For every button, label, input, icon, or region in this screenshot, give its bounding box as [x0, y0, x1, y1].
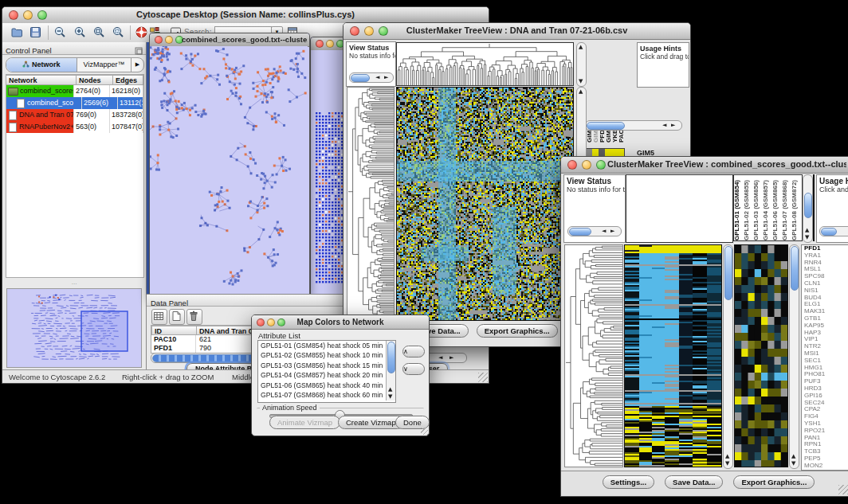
- close-button[interactable]: [567, 160, 577, 170]
- map-dialog-titlebar[interactable]: Map Colors to Network: [252, 315, 429, 330]
- zoom-out-icon[interactable]: [53, 25, 67, 42]
- scroll-right-arrow[interactable]: ►: [671, 123, 675, 128]
- global-heatmap[interactable]: [624, 244, 722, 467]
- scroll-up-arrow[interactable]: ▲: [791, 454, 795, 459]
- column-dendrogram[interactable]: [396, 42, 574, 86]
- tv2-settings-button[interactable]: Settings...: [603, 475, 654, 489]
- minimize-button[interactable]: [326, 40, 334, 48]
- column-dendrogram-area[interactable]: [626, 174, 733, 243]
- column-header-nodes[interactable]: Nodes: [77, 75, 113, 85]
- network-name-cell[interactable]: combined_sco: [6, 97, 82, 109]
- network-overview-panel[interactable]: [6, 288, 142, 368]
- scrollbar-thumb[interactable]: [587, 122, 625, 130]
- scroll-up-arrow[interactable]: ▲: [388, 387, 392, 393]
- scroll-left-arrow[interactable]: ◄: [375, 75, 379, 80]
- scroll-right-arrow[interactable]: ►: [450, 355, 453, 361]
- minimize-button[interactable]: [582, 160, 591, 170]
- dialog-create-vizmap-button[interactable]: Create Vizmap: [338, 416, 404, 429]
- new-attribute-icon[interactable]: [169, 309, 185, 325]
- delete-attribute-icon[interactable]: [186, 309, 202, 325]
- zoom-window-button[interactable]: [596, 160, 606, 170]
- column-header-edges[interactable]: Edges: [113, 75, 143, 85]
- scroll-right-arrow[interactable]: ►: [384, 75, 388, 80]
- network-window-titlebar[interactable]: combined_scores_good.txt--cluste...: [150, 33, 309, 47]
- scroll-down-arrow[interactable]: ▼: [805, 235, 809, 240]
- network-name-cell[interactable]: combined_scores: [6, 85, 74, 97]
- tab-network[interactable]: Network: [6, 58, 77, 72]
- move-up-button[interactable]: ∧: [402, 346, 425, 357]
- network-name-cell[interactable]: RNAPuberNov2+: [6, 121, 74, 133]
- network-row[interactable]: combined_sco2569(6)13112(15): [6, 97, 143, 109]
- save-icon[interactable]: [29, 25, 42, 42]
- attribute-list-item[interactable]: GPL51-02 (GSM855) heat shock 10 min: [258, 350, 386, 360]
- network-row[interactable]: DNA and Tran 07769(0)183728(0): [6, 109, 143, 121]
- move-down-button[interactable]: ∨: [402, 363, 425, 375]
- scroll-up-arrow[interactable]: ▲: [579, 45, 583, 50]
- scrollbar-thumb[interactable]: [569, 228, 591, 236]
- tv2-export-graphics-button[interactable]: Export Graphics...: [733, 475, 815, 489]
- zoom-vscrollbar[interactable]: ▲ ▼: [789, 244, 799, 469]
- table-mode-icon[interactable]: [151, 309, 167, 325]
- scrollbar-thumb[interactable]: [387, 342, 395, 373]
- column-header-id[interactable]: ID: [151, 326, 197, 335]
- panel-divider[interactable]: ⋯: [2, 282, 146, 287]
- attribute-list-scrollbar[interactable]: ▲ ▼: [386, 341, 395, 400]
- scrollbar-thumb[interactable]: [724, 246, 732, 300]
- attribute-list-item[interactable]: GPL51-06 (GSM865) heat shock 40 min: [258, 381, 386, 390]
- treeview1-titlebar[interactable]: ClusterMaker TreeView : DNA and Tran 07-…: [344, 23, 690, 40]
- attribute-list-item[interactable]: GPL51-01 (GSM854) heat shock 05 min: [258, 341, 386, 350]
- attribute-list-item[interactable]: GPL51-04 (GSM857) heat shock 20 min: [258, 370, 386, 380]
- scroll-down-arrow[interactable]: ▼: [579, 79, 583, 84]
- float-panel-icon[interactable]: [135, 44, 143, 58]
- labels-vscrollbar[interactable]: ▲ ▼: [803, 174, 813, 243]
- view-status-scrollbar[interactable]: ◄ ►: [567, 226, 622, 236]
- heatmap-vscrollbar[interactable]: ▲ ▼: [723, 244, 733, 469]
- row-dendrogram[interactable]: [347, 87, 395, 321]
- zoom-in-icon[interactable]: [73, 25, 87, 42]
- usage-hints-scrollbar[interactable]: [819, 226, 848, 236]
- scrollbar-thumb[interactable]: [791, 246, 799, 291]
- main-titlebar[interactable]: Cytoscape Desktop (Session Name: collins…: [2, 7, 489, 24]
- close-button[interactable]: [316, 40, 324, 48]
- minimize-button[interactable]: [165, 36, 173, 44]
- column-header-network[interactable]: Network: [6, 75, 77, 85]
- help-lifebuoy-icon[interactable]: [135, 25, 148, 42]
- zoom-heatmap[interactable]: [734, 244, 788, 467]
- scroll-down-arrow[interactable]: ▼: [725, 461, 729, 467]
- scrollbar-thumb[interactable]: [351, 74, 370, 82]
- scrollbar-thumb[interactable]: [821, 228, 837, 236]
- zoom-selected-icon[interactable]: [112, 25, 125, 42]
- network-row[interactable]: combined_scores2764(0)16218(0): [6, 85, 143, 97]
- network-row[interactable]: RNAPuberNov2+563(0)107847(0): [6, 121, 143, 133]
- scroll-left-arrow[interactable]: ◄: [602, 229, 606, 234]
- scroll-up-arrow[interactable]: ▲: [725, 454, 729, 459]
- network-view-canvas[interactable]: [150, 46, 308, 295]
- scroll-up-arrow[interactable]: ▲: [579, 89, 583, 95]
- scroll-left-arrow[interactable]: ◄: [662, 123, 666, 128]
- close-button[interactable]: [155, 36, 163, 44]
- scroll-left-arrow[interactable]: ◄: [438, 355, 442, 361]
- scroll-down-arrow[interactable]: ▼: [791, 461, 795, 467]
- view-status-scrollbar[interactable]: ◄ ►: [349, 72, 394, 83]
- row-dendrogram[interactable]: [564, 244, 623, 467]
- scroll-down-arrow[interactable]: ▼: [388, 394, 392, 400]
- scrollbar-thumb[interactable]: [804, 193, 812, 218]
- zoom-hscrollbar[interactable]: ◄ ►: [585, 120, 682, 131]
- attribute-list-item[interactable]: GPL51-03 (GSM856) heat shock 15 min: [258, 361, 386, 370]
- scroll-up-arrow[interactable]: ▲: [805, 228, 809, 233]
- resize-grip[interactable]: [478, 373, 488, 382]
- open-folder-icon[interactable]: [10, 25, 24, 42]
- global-heatmap[interactable]: [396, 87, 574, 321]
- tab-overflow-button[interactable]: ▶: [131, 58, 143, 72]
- tv1-export-graphics-button[interactable]: Export Graphics...: [477, 324, 558, 338]
- tab-vizmapper[interactable]: VizMapper™: [77, 58, 131, 72]
- gene-label[interactable]: MON2: [804, 463, 848, 470]
- resize-grip[interactable]: [838, 485, 848, 494]
- scroll-right-arrow[interactable]: ►: [610, 229, 614, 234]
- tv2-save-data-button[interactable]: Save Data...: [665, 475, 723, 489]
- treeview2-titlebar[interactable]: ClusterMaker TreeView : combined_scores_…: [561, 157, 848, 174]
- zoom-fit-icon[interactable]: [92, 25, 106, 42]
- attribute-list-item[interactable]: GPL51-07 (GSM868) heat shock 60 min: [258, 390, 386, 400]
- dendrogram-vscrollbar[interactable]: ▲ ▼: [576, 42, 587, 87]
- resize-grip[interactable]: [421, 428, 428, 435]
